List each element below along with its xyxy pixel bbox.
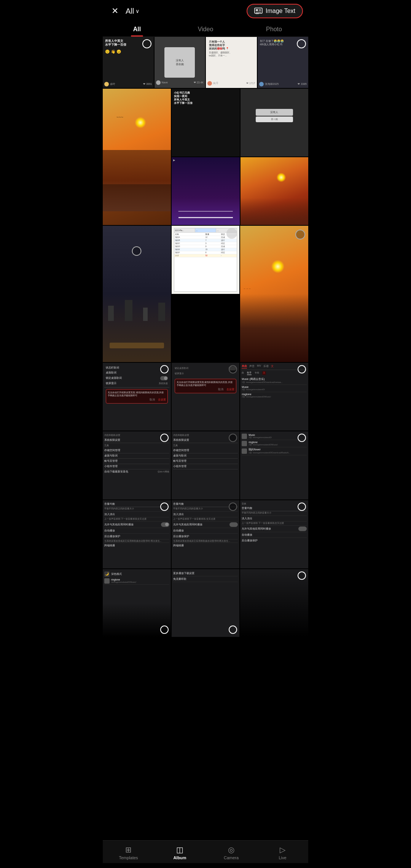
image-text-label: Image Text — [266, 8, 295, 14]
all-filter-button[interactable]: All ∨ — [126, 7, 139, 16]
nav-item-live[interactable]: ▷ Live — [257, 844, 308, 862]
bottom-navigation: ⊞ Templates ◫ Album ◎ Camera ▷ Live — [103, 840, 308, 863]
grid-item-dark-mode[interactable]: 🌙 深色模式 ringtone /storage/emulated/0/Musi… — [103, 569, 171, 637]
grid-item[interactable]: 小红书已无痛实现一夜间所有人中英文水平下降一百倍 — [172, 89, 239, 156]
grid-item[interactable]: 所有人中英文水平下降一百倍 🙁 👋 😐 余叶 ❤ 3991 — [103, 37, 154, 88]
nav-item-album[interactable]: ◫ Album — [154, 844, 206, 862]
tab-photo[interactable]: Photo — [240, 22, 308, 37]
all-filter-label: All — [126, 7, 134, 16]
grid-item-music[interactable]: 单曲 声音 MV 乐谱 文 曲 歌手 专辑 文 Music (网易云音乐) 1首… — [240, 363, 308, 431]
grid-row-2-right-bottom: ▶ — [172, 157, 308, 225]
media-grid: 所有人中英文水平下降一百倍 🙁 👋 😐 余叶 ❤ 3991 没有人喜欢她 — [103, 37, 308, 840]
grid-item-more-download[interactable]: 更多播放下载设置 免流量听歌 — [172, 569, 240, 637]
nav-item-templates[interactable]: ⊞ Templates — [103, 844, 154, 862]
tab-photo-label: Photo — [266, 26, 282, 32]
grid-item[interactable]: 没有人喜欢她 Nave ❤ 23.4K — [155, 37, 206, 88]
tab-video-label: Video — [198, 26, 213, 32]
grid-item-settings-1[interactable]: 状态栏歌词 桌面歌词 锁定桌面歌词 锁屏显示 系统快捷 — [103, 363, 171, 431]
nav-label-camera: Camera — [224, 855, 239, 860]
image-text-icon — [254, 8, 263, 14]
header: ✕ All ∨ Image Text — [103, 0, 308, 22]
camera-icon: ◎ — [228, 845, 234, 854]
content-tabs: All Video Photo — [103, 22, 308, 37]
grid-item-settings-list-2[interactable]: 消息和隐私设置 系统权限设置 工具 存储空间管理 桌面与歌词 账号页管理 小组件… — [172, 431, 240, 499]
grid-item-music-list[interactable]: Music 3首 /storage/emulated/0/ ringtone 2… — [240, 431, 308, 499]
grid-item[interactable]: 别了 在做了😭😭😭#外国人用用小红书 张海林2025 ❤ 3385 — [258, 37, 309, 88]
grid-item-sound-2[interactable]: 音量均衡 平衡不同内容之间的音量大小 淡入淡出 上一首声音渐弱 下一首音量渐强,… — [172, 500, 240, 568]
grid-row-4: 状态栏歌词 桌面歌词 锁定桌面歌词 锁屏显示 系统快捷 — [103, 363, 308, 431]
chevron-down-icon: ∨ — [135, 8, 139, 14]
grid-item[interactable]: 只有我一个人觉得这些名字浓浓的港味吗 📍 百盛园区、盛朗园区、kk园区、只有一.… — [206, 37, 257, 88]
grid-item-settings-2[interactable]: 锁定桌面歌词 锁屏显示 无法自动打开权限设置页面,请找到权限相关的页面,并授予网… — [172, 363, 240, 431]
grid-row-5: 消息和隐私设置 系统权限设置 工具 存储空间管理 桌面与歌词 账号页管理 小组件… — [103, 431, 308, 499]
grid-item-sound-1[interactable]: 音量均衡 平衡不同内容之间的音量大小 淡入淡出 上一首声音渐弱 下一首音量渐强,… — [103, 500, 171, 568]
select-circle — [297, 39, 306, 48]
tab-all[interactable]: All — [103, 22, 171, 37]
grid-item[interactable]: 没有人 喜☆她 — [241, 89, 308, 156]
tab-video[interactable]: Video — [171, 22, 240, 37]
grid-item-sound-3[interactable]: 音效 音量均衡 平衡不同内容之间的音量大小 淡入淡出 上一首声音渐弱 下一首音量… — [240, 500, 308, 568]
nav-item-camera[interactable]: ◎ Camera — [206, 844, 257, 862]
grid-row-2: 〜〜〜 小红书已无痛实现一夜间所有人中英文水平下降一百倍 没有人 喜☆她 — [103, 89, 308, 225]
grid-item-spreadsheet[interactable]: I日O-Pla... ... ... 名称 数量 状态 项目A 12 — [172, 226, 240, 294]
nav-label-live: Live — [279, 855, 286, 860]
grid-row-6: 音量均衡 平衡不同内容之间的音量大小 淡入淡出 上一首声音渐弱 下一首音量渐强,… — [103, 500, 308, 568]
grid-item[interactable] — [241, 157, 308, 225]
header-left: ✕ All ∨ — [108, 4, 139, 18]
grid-row-7: 🌙 深色模式 ringtone /storage/emulated/0/Musi… — [103, 569, 308, 637]
nav-label-album: Album — [173, 855, 186, 860]
grid-item-tall-city[interactable] — [103, 226, 171, 362]
close-button[interactable]: ✕ — [108, 4, 122, 18]
live-icon: ▷ — [280, 845, 285, 854]
grid-row-2-right-top: 小红书已无痛实现一夜间所有人中英文水平下降一百倍 没有人 喜☆她 — [172, 89, 308, 156]
grid-item[interactable]: ▶ — [172, 157, 239, 225]
tab-all-label: All — [133, 26, 141, 32]
select-circle — [142, 39, 151, 48]
album-icon: ◫ — [176, 845, 183, 854]
image-text-button[interactable]: Image Text — [247, 4, 303, 18]
grid-item-tall[interactable]: 〜〜〜 — [103, 89, 171, 225]
grid-item-settings-list-1[interactable]: 消息和隐私设置 系统权限设置 工具 存储空间管理 桌面与歌词 账号页管理 小组件… — [103, 431, 171, 499]
grid-row-3: I日O-Pla... ... ... 名称 数量 状态 项目A 12 — [103, 226, 308, 362]
nav-label-templates: Templates — [119, 855, 138, 860]
grid-item-partial[interactable] — [240, 569, 308, 637]
grid-item-tall-sky[interactable]: ~ ~ ~ — [240, 226, 308, 362]
svg-rect-1 — [256, 9, 258, 11]
grid-row-1: 所有人中英文水平下降一百倍 🙁 👋 😐 余叶 ❤ 3991 没有人喜欢她 — [103, 37, 308, 88]
templates-icon: ⊞ — [125, 845, 132, 854]
